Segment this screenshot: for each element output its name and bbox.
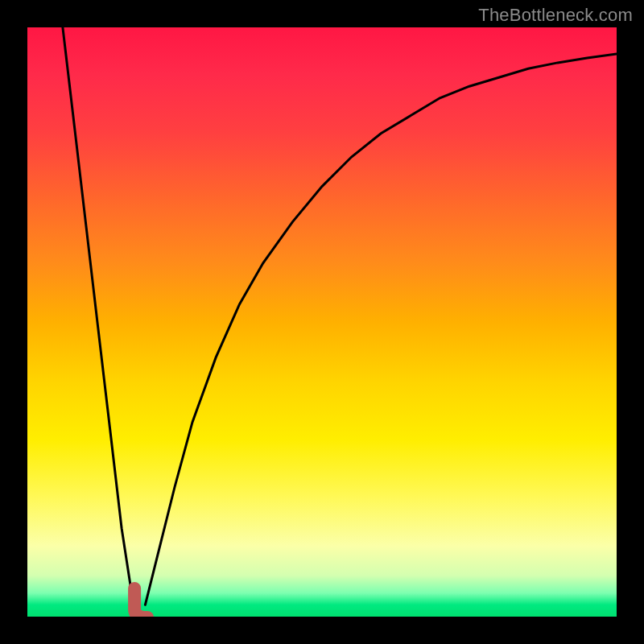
series-left-branch <box>63 27 134 605</box>
chart-frame: TheBottleneck.com <box>0 0 644 644</box>
plot-area <box>27 27 617 617</box>
watermark-text: TheBottleneck.com <box>478 5 633 26</box>
series-right-branch <box>145 54 617 605</box>
chart-svg <box>27 27 617 617</box>
